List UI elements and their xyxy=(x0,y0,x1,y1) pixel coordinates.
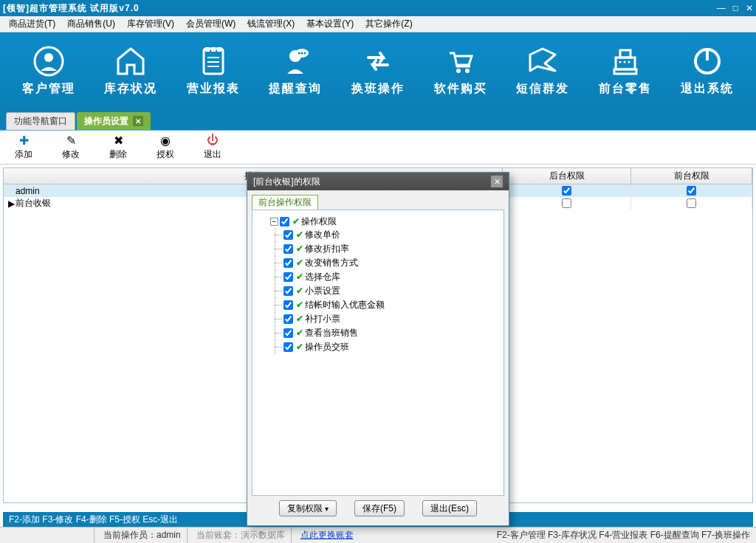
sms-icon xyxy=(527,46,558,77)
menu-item-6[interactable]: 其它操作(Z) xyxy=(362,18,415,30)
status-change-account-link[interactable]: 点此更换账套 xyxy=(300,529,354,542)
checkmark-icon: ✔ xyxy=(295,342,305,352)
tree-node-checkbox[interactable] xyxy=(284,230,293,240)
customer-icon xyxy=(33,46,64,77)
inventory-icon xyxy=(115,46,146,77)
svg-point-20 xyxy=(623,61,625,63)
tree-node-checkbox[interactable] xyxy=(284,272,293,282)
buy-icon xyxy=(445,46,476,77)
tree-root-checkbox[interactable] xyxy=(280,217,289,226)
svg-rect-16 xyxy=(616,58,635,69)
tree-node-label[interactable]: 操作员交班 xyxy=(305,342,349,352)
tree-node-label[interactable]: 小票设置 xyxy=(305,286,340,296)
tree-node-label[interactable]: 补打小票 xyxy=(305,314,340,324)
checkmark-icon: ✔ xyxy=(295,314,305,324)
svg-rect-4 xyxy=(211,47,216,52)
tree-root-label: 操作权限 xyxy=(301,216,337,226)
front-perm-checkbox[interactable] xyxy=(687,186,696,196)
tree-node-checkbox[interactable] xyxy=(284,342,293,352)
main-tool-inventory[interactable]: 库存状况 xyxy=(94,46,168,97)
report-icon xyxy=(198,46,229,77)
svg-point-1 xyxy=(44,53,53,62)
tree-node-label[interactable]: 查看当班销售 xyxy=(305,328,358,338)
svg-rect-5 xyxy=(217,47,221,52)
copy-permission-button[interactable]: 复制权限 xyxy=(279,500,337,516)
tree-node-label[interactable]: 改变销售方式 xyxy=(305,257,358,268)
tree-node-checkbox[interactable] xyxy=(284,258,293,268)
tree-node-label[interactable]: 结帐时输入优惠金额 xyxy=(305,300,385,310)
remind-icon xyxy=(280,46,311,77)
checkmark-icon: ✔ xyxy=(295,328,305,338)
dialog-close-button[interactable]: ✕ xyxy=(491,176,503,187)
sub-tool-add[interactable]: ✚添加 xyxy=(15,134,32,161)
delete-icon: ✖ xyxy=(114,134,123,147)
pos-icon xyxy=(610,46,641,77)
menu-item-3[interactable]: 会员管理(W) xyxy=(183,18,238,30)
tree-node-label[interactable]: 选择仓库 xyxy=(305,272,340,282)
sub-tool-auth[interactable]: ◉授权 xyxy=(157,134,174,161)
checkmark-icon: ✔ xyxy=(295,257,305,268)
svg-point-11 xyxy=(298,52,300,55)
svg-point-13 xyxy=(304,52,306,55)
exit-icon: ⏻ xyxy=(207,134,219,147)
front-perm-checkbox[interactable] xyxy=(687,198,696,208)
checkmark-icon: ✔ xyxy=(295,300,305,310)
svg-rect-3 xyxy=(205,47,210,52)
sub-tool-delete[interactable]: ✖删除 xyxy=(109,134,127,161)
status-account: 当前账套：演示数据库 xyxy=(196,528,292,543)
svg-point-14 xyxy=(456,69,461,73)
menu-item-2[interactable]: 库存管理(V) xyxy=(124,18,177,30)
main-tool-pos[interactable]: 前台零售 xyxy=(588,46,662,97)
sub-tool-exit[interactable]: ⏻退出 xyxy=(204,134,221,161)
tree-node-checkbox[interactable] xyxy=(284,286,293,296)
main-tool-buy[interactable]: 软件购买 xyxy=(424,46,498,97)
maximize-button[interactable]: □ xyxy=(733,3,738,13)
tab-nav-window[interactable]: 功能导航窗口 xyxy=(6,112,75,130)
tree-node-checkbox[interactable] xyxy=(284,314,293,324)
dialog-title: [前台收银]的权限 xyxy=(253,176,320,188)
main-tool-exit[interactable]: 退出系统 xyxy=(670,46,744,97)
checkmark-icon: ✔ xyxy=(295,229,305,240)
svg-rect-18 xyxy=(620,50,630,58)
dialog-tab-front-perm[interactable]: 前台操作权限 xyxy=(252,195,318,210)
main-tool-sms[interactable]: 短信群发 xyxy=(506,46,580,97)
add-icon: ✚ xyxy=(19,134,29,147)
tree-node-label[interactable]: 修改单价 xyxy=(305,229,340,240)
sub-tool-edit[interactable]: ✎修改 xyxy=(62,134,80,161)
auth-icon: ◉ xyxy=(160,134,171,147)
col-back-perm: 后台权限 xyxy=(503,168,631,184)
exit-icon xyxy=(692,46,723,77)
back-perm-checkbox[interactable] xyxy=(562,198,571,208)
checkmark-icon: ✔ xyxy=(295,243,305,254)
main-tool-remind[interactable]: 提醒查询 xyxy=(258,46,332,97)
status-operator: 当前操作员：admin xyxy=(103,528,188,543)
tree-node-checkbox[interactable] xyxy=(284,328,293,338)
minimize-button[interactable]: — xyxy=(717,3,726,13)
tab-close-icon[interactable]: ✕ xyxy=(133,116,143,126)
permission-dialog: [前台收银]的权限 ✕ 前台操作权限 −✔操作权限✔修改单价✔修改折扣率✔改变销… xyxy=(247,172,509,526)
tab-operator-settings[interactable]: 操作员设置 ✕ xyxy=(77,112,151,130)
menu-item-5[interactable]: 基本设置(Y) xyxy=(303,18,357,30)
svg-point-15 xyxy=(465,69,470,73)
main-tool-customer[interactable]: 客户管理 xyxy=(12,46,86,97)
main-tool-shift[interactable]: 换班操作 xyxy=(341,46,415,97)
checkmark-icon: ✔ xyxy=(295,286,305,296)
menu-item-1[interactable]: 商品销售(U) xyxy=(64,18,118,30)
svg-point-12 xyxy=(301,52,303,55)
status-shortcuts: F2-客户管理 F3-库存状况 F4-营业报表 F6-提醒查询 F7-换班操作 xyxy=(497,529,750,542)
menu-item-0[interactable]: 商品进货(T) xyxy=(6,18,58,30)
edit-icon: ✎ xyxy=(66,134,76,147)
tree-node-checkbox[interactable] xyxy=(284,300,293,310)
close-button[interactable]: ✕ xyxy=(746,3,753,13)
svg-point-19 xyxy=(619,61,621,63)
exit-button[interactable]: 退出(Esc) xyxy=(422,500,477,516)
tree-expander[interactable]: − xyxy=(270,218,278,226)
tree-node-label[interactable]: 修改折扣率 xyxy=(305,243,349,254)
menu-item-4[interactable]: 钱流管理(X) xyxy=(244,18,298,30)
tree-node-checkbox[interactable] xyxy=(284,244,293,254)
checkmark-icon: ✔ xyxy=(291,216,301,226)
svg-rect-17 xyxy=(614,69,636,74)
main-tool-report[interactable]: 营业报表 xyxy=(176,46,250,97)
save-button[interactable]: 保存(F5) xyxy=(354,500,405,516)
back-perm-checkbox[interactable] xyxy=(562,186,571,196)
